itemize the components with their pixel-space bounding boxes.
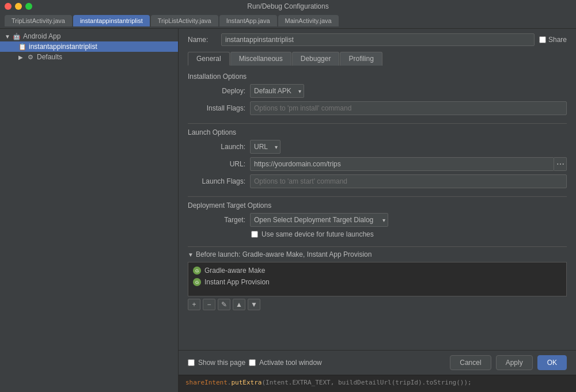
deployment-target-header: Deployment Target Options — [188, 201, 567, 210]
before-launch-title: Before launch: Gradle-aware Make, Instan… — [196, 250, 372, 258]
bl-down-button[interactable]: ▼ — [248, 299, 260, 310]
url-input-wrap: ⋯ — [250, 157, 567, 171]
tab-instantapp[interactable]: InstantApp.java — [219, 15, 277, 26]
sidebar-label-android-app: Android App — [23, 32, 60, 40]
bl-add-button[interactable]: + — [188, 299, 200, 310]
defaults-icon: ⚙ — [26, 53, 35, 61]
ok-button[interactable]: OK — [537, 355, 567, 370]
before-launch-list: G Gradle-aware Make G Instant App Provis… — [188, 262, 567, 296]
window-title: Run/Debug Configurations — [247, 2, 328, 10]
sidebar-label-instantapp: instantappinstantriplist — [29, 43, 97, 51]
sidebar-item-instantapp[interactable]: 📋 instantappinstantriplist — [0, 41, 178, 52]
target-row: Target: Open Select Deployment Target Di… — [188, 213, 567, 227]
deploy-label: Deploy: — [188, 87, 245, 95]
bl-edit-button[interactable]: ✎ — [218, 299, 230, 310]
same-device-checkbox[interactable] — [251, 231, 258, 238]
action-buttons: Cancel Apply OK — [450, 355, 567, 370]
divider-2 — [188, 196, 567, 197]
bottom-bar: Show this page Activate tool window Canc… — [179, 350, 576, 375]
main-layout: ▼ 🤖 Android App 📋 instantappinstantripli… — [0, 29, 576, 392]
tab-profiling[interactable]: Profiling — [340, 52, 382, 66]
before-launch-item-instant[interactable]: G Instant App Provision — [188, 276, 566, 288]
sidebar-item-android-app[interactable]: ▼ 🤖 Android App — [0, 31, 178, 41]
sidebar-label-defaults: Defaults — [37, 53, 62, 61]
apply-button[interactable]: Apply — [496, 355, 533, 370]
tab-triplistactivity2[interactable]: TripListActivity.java — [151, 15, 218, 26]
url-row: URL: ⋯ — [188, 157, 567, 171]
deploy-select[interactable]: Default APK — [250, 84, 304, 98]
config-inner: Name: Share General Miscellaneous Debugg… — [179, 29, 576, 350]
before-launch-toolbar: + − ✎ ▲ ▼ — [188, 296, 567, 313]
gradle-icon-1: G — [193, 267, 201, 275]
instant-app-label: Instant App Provision — [204, 278, 270, 286]
expand-arrow: ▼ — [5, 33, 10, 40]
name-input[interactable] — [221, 33, 535, 46]
show-page-label: Show this page — [198, 359, 245, 367]
tab-mainactivity[interactable]: MainActivity.java — [278, 15, 339, 26]
target-select-wrapper: Open Select Deployment Target Dialog — [250, 213, 388, 227]
tab-debugger[interactable]: Debugger — [292, 52, 340, 66]
same-device-label: Use same device for future launches — [262, 230, 374, 238]
url-browse-button[interactable]: ⋯ — [554, 157, 567, 171]
sidebar: ▼ 🤖 Android App 📋 instantappinstantripli… — [0, 29, 179, 392]
top-tabs-bar: TripListActivity.java instantappinstantr… — [0, 13, 576, 29]
android-icon: 🤖 — [13, 32, 21, 40]
same-device-row: Use same device for future launches — [188, 230, 567, 238]
divider-1 — [188, 123, 567, 124]
deploy-select-wrapper: Default APK — [250, 84, 304, 98]
activate-window-checkbox[interactable] — [249, 359, 256, 366]
launch-select-wrapper: URL — [250, 140, 281, 154]
config-tabs: General Miscellaneous Debugger Profiling — [188, 52, 567, 66]
gradle-icon-2: G — [193, 278, 201, 286]
share-checkbox[interactable] — [539, 36, 546, 43]
name-row: Name: Share — [188, 33, 567, 46]
sidebar-item-defaults[interactable]: ▶ ⚙ Defaults — [0, 52, 178, 62]
before-launch-section: ▼ Before launch: Gradle-aware Make, Inst… — [188, 246, 567, 313]
code-snippet-bar: shareIntent.putExtra(Intent.EXTRA_TEXT, … — [179, 375, 576, 392]
activate-window-label: Activate tool window — [259, 359, 322, 367]
before-launch-item-gradle[interactable]: G Gradle-aware Make — [188, 265, 566, 276]
title-bar: Run/Debug Configurations — [0, 0, 576, 13]
traffic-lights — [5, 3, 32, 10]
before-launch-header[interactable]: ▼ Before launch: Gradle-aware Make, Inst… — [188, 250, 567, 258]
tab-general[interactable]: General — [188, 52, 230, 66]
launch-options-header: Launch Options — [188, 128, 567, 136]
install-flags-row: Install Flags: — [188, 101, 567, 115]
gradle-make-label: Gradle-aware Make — [204, 267, 265, 275]
install-flags-input[interactable] — [250, 101, 567, 115]
config-icon: 📋 — [18, 43, 26, 51]
launch-select[interactable]: URL — [250, 140, 281, 154]
maximize-button[interactable] — [25, 3, 32, 10]
tab-instantappinstantriplist[interactable]: instantappinstantriplist — [73, 15, 150, 26]
launch-label: Launch: — [188, 143, 245, 151]
target-label: Target: — [188, 216, 245, 224]
minimize-button[interactable] — [15, 3, 22, 10]
show-page-area: Show this page Activate tool window — [188, 359, 445, 367]
show-page-checkbox[interactable] — [188, 359, 195, 366]
install-flags-label: Install Flags: — [188, 104, 245, 112]
tab-miscellaneous[interactable]: Miscellaneous — [230, 52, 291, 66]
content-panel: Name: Share General Miscellaneous Debugg… — [179, 29, 576, 392]
tab-triplistactivity1[interactable]: TripListActivity.java — [5, 15, 72, 26]
launch-flags-label: Launch Flags: — [188, 177, 245, 185]
launch-flags-input[interactable] — [250, 174, 567, 188]
url-input[interactable] — [250, 157, 554, 171]
installation-options-header: Installation Options — [188, 73, 567, 81]
target-select[interactable]: Open Select Deployment Target Dialog — [250, 213, 388, 227]
deploy-row: Deploy: Default APK — [188, 84, 567, 98]
share-label: Share — [548, 36, 567, 44]
expand-arrow-defaults: ▶ — [18, 54, 24, 60]
collapse-icon: ▼ — [188, 252, 194, 258]
launch-flags-row: Launch Flags: — [188, 174, 567, 188]
bl-remove-button[interactable]: − — [203, 299, 215, 310]
share-area: Share — [539, 36, 567, 44]
bl-up-button[interactable]: ▲ — [233, 299, 245, 310]
cancel-button[interactable]: Cancel — [450, 355, 491, 370]
launch-row: Launch: URL — [188, 140, 567, 154]
name-label: Name: — [188, 36, 217, 44]
url-label: URL: — [188, 160, 245, 168]
close-button[interactable] — [5, 3, 12, 10]
